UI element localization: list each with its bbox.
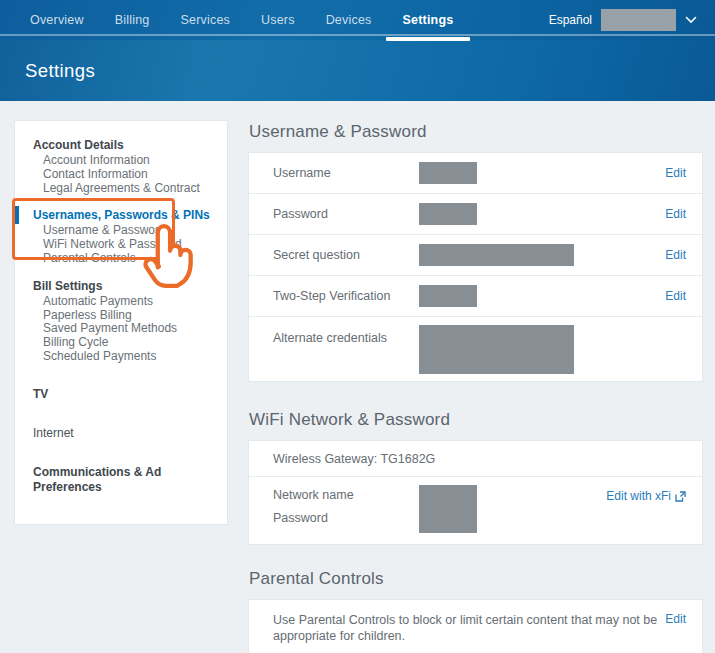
language-toggle[interactable]: Español [549,13,592,27]
parental-section-title: Parental Controls [249,569,703,589]
sidebar-group-internet: Internet [15,425,227,442]
username-password-section-title: Username & Password [249,122,703,142]
sidebar-group-account-details: Account Details Account Information Cont… [15,137,227,195]
username-label: Username [273,166,331,180]
parental-controls-description: Use Parental Controls to block or limit … [273,612,665,644]
edit-two-step-button[interactable]: Edit [665,289,686,303]
wifi-card: Wireless Gateway: TG1682G Network name P… [248,440,703,545]
sidebar-item-billing-cycle[interactable]: Billing Cycle [15,336,227,350]
password-row: Password Edit [249,194,702,235]
wifi-credentials-redacted [419,485,477,533]
nav-item-users[interactable]: Users [261,13,295,27]
alternate-credentials-label: Alternate credentials [273,331,387,345]
password-label: Password [273,207,328,221]
nav-item-overview[interactable]: Overview [30,13,84,27]
username-value-redacted [419,162,477,184]
edit-parental-controls-button[interactable]: Edit [665,612,686,644]
sidebar-item-wifi-network-password[interactable]: WiFi Network & Password [15,238,227,252]
secret-question-value-redacted [419,244,574,266]
username-password-card: Username Edit Password Edit Secret quest… [248,152,703,382]
chevron-down-icon[interactable] [685,16,697,24]
sidebar-item-usernames-passwords-pins[interactable]: Usernames, Passwords & PINs [15,207,227,224]
alternate-credentials-value-redacted [419,325,574,374]
settings-main: Username & Password Username Edit Passwo… [248,120,703,653]
edit-password-button[interactable]: Edit [665,207,686,221]
sidebar-group-usernames-passwords: Usernames, Passwords & PINs Username & P… [15,207,227,265]
sidebar-item-scheduled-payments[interactable]: Scheduled Payments [15,350,227,364]
page-title: Settings [25,60,95,82]
wireless-gateway-row: Wireless Gateway: TG1682G [249,441,702,477]
sidebar-group-tv: TV [15,386,227,403]
sidebar-item-saved-payment-methods[interactable]: Saved Payment Methods [15,322,227,336]
two-step-verification-label: Two-Step Verification [273,289,390,303]
settings-sidebar: Account Details Account Information Cont… [14,120,228,525]
sidebar-item-parental-controls[interactable]: Parental Controls [15,252,227,266]
sidebar-item-communications-ad-preferences[interactable]: Communications & Ad Preferences [15,464,227,496]
sidebar-item-account-information[interactable]: Account Information [15,154,227,168]
page-header: Settings [0,40,715,101]
nav-item-services[interactable]: Services [180,13,230,27]
sidebar-item-account-details[interactable]: Account Details [15,137,227,154]
wifi-section-title: WiFi Network & Password [249,410,703,430]
edit-with-xfi-link[interactable]: Edit with xFi [606,489,686,503]
password-value-redacted [419,203,477,225]
edit-username-button[interactable]: Edit [665,166,686,180]
wifi-credentials-row: Network name Password Edit with xFi [249,477,702,544]
wireless-gateway-label: Wireless Gateway: TG1682G [273,452,435,466]
edit-with-xfi-label: Edit with xFi [606,489,671,503]
sidebar-item-username-password[interactable]: Username & Password [15,224,227,238]
top-nav-bar: Overview Billing Services Users Devices … [0,0,715,40]
external-link-icon [675,491,686,502]
parental-controls-card: Use Parental Controls to block or limit … [248,599,703,653]
account-name-redacted [601,9,676,31]
sidebar-item-paperless-billing[interactable]: Paperless Billing [15,309,227,323]
sidebar-item-tv[interactable]: TV [15,386,227,403]
secret-question-row: Secret question Edit [249,235,702,276]
two-step-value-redacted [419,285,477,307]
sidebar-item-bill-settings[interactable]: Bill Settings [15,278,227,295]
primary-nav: Overview Billing Services Users Devices … [0,3,453,37]
sidebar-group-bill-settings: Bill Settings Automatic Payments Paperle… [15,278,227,364]
nav-divider [0,34,715,36]
edit-secret-question-button[interactable]: Edit [665,248,686,262]
sidebar-item-automatic-payments[interactable]: Automatic Payments [15,295,227,309]
sidebar-item-internet[interactable]: Internet [15,425,227,442]
nav-item-settings[interactable]: Settings [403,13,454,27]
secret-question-label: Secret question [273,248,360,262]
sidebar-group-communications: Communications & Ad Preferences [15,464,227,496]
content-area: Account Details Account Information Cont… [0,101,715,653]
nav-right-controls: Español [549,3,697,37]
sidebar-item-contact-information[interactable]: Contact Information [15,168,227,182]
sidebar-item-legal-agreements[interactable]: Legal Agreements & Contract [15,182,227,196]
nav-item-devices[interactable]: Devices [326,13,372,27]
wifi-password-label: Password [273,512,686,525]
two-step-verification-row: Two-Step Verification Edit [249,276,702,317]
alternate-credentials-row: Alternate credentials [249,317,702,381]
username-row: Username Edit [249,153,702,194]
nav-item-billing[interactable]: Billing [115,13,150,27]
